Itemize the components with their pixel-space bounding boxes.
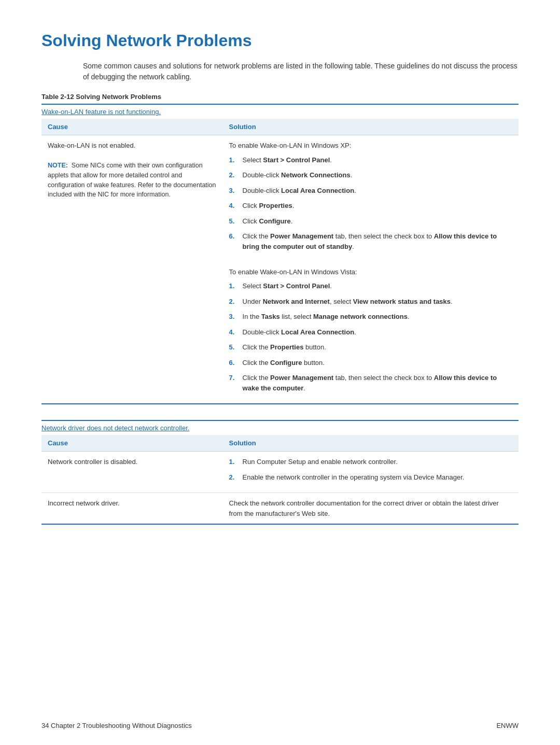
step-item: 7. Click the Power Management tab, then … [229,373,512,393]
vista-intro: To enable Wake-on-LAN in Windows Vista: [229,267,512,277]
step-item: 3. In the Tasks list, select Manage netw… [229,312,512,322]
solution-cell-3: Check the network controller documentati… [223,493,519,525]
step-item: 3. Double-click Local Area Connection. [229,186,512,196]
steps-xp: 1. Select Start > Control Panel. 2. Doub… [229,155,512,252]
issue-header-1: Wake-on-LAN feature is not functioning. [41,104,519,119]
step-item: 5. Click Configure. [229,216,512,227]
steps-disabled: 1. Run Computer Setup and enable network… [229,457,512,482]
issue-header-2: Network driver does not detect network c… [41,420,519,435]
col-header-cause-1: Cause [41,119,223,135]
cause-text-3: Incorrect network driver. [48,498,217,509]
step-item: 6. Click the Configure button. [229,358,512,368]
table-row: Wake-on-LAN is not enabled. NOTE: Some N… [41,135,519,404]
step-item: 1. Run Computer Setup and enable network… [229,457,512,467]
cause-cell-2: Network controller is disabled. [41,452,223,493]
step-item: 2. Double-click Network Connections. [229,170,512,180]
note-text-1: NOTE: Some NICs come with their own conf… [48,161,217,200]
cause-text-2: Network controller is disabled. [48,457,217,467]
solution-cell-1: To enable Wake-on-LAN in Windows XP: 1. … [223,135,519,404]
step-item: 4. Click Properties. [229,201,512,211]
page-title: Solving Network Problems [41,31,519,50]
col-header-solution-1: Solution [223,119,519,135]
col-header-cause-2: Cause [41,435,223,452]
table-row: Incorrect network driver. Check the netw… [41,493,519,525]
cause-cell-1: Wake-on-LAN is not enabled. NOTE: Some N… [41,135,223,404]
step-item: 2. Enable the network controller in the … [229,472,512,483]
solution-text-3: Check the network controller documentati… [229,498,512,518]
step-item: 1. Select Start > Control Panel. [229,155,512,165]
step-item: 4. Double-click Local Area Connection. [229,327,512,338]
step-item: 1. Select Start > Control Panel. [229,281,512,291]
footer: 34 Chapter 2 Troubleshooting Without Dia… [41,722,519,729]
step-item: 2. Under Network and Internet, select Vi… [229,297,512,307]
problem-table-2: Cause Solution Network controller is dis… [41,435,519,525]
col-header-solution-2: Solution [223,435,519,452]
table-row: Network controller is disabled. 1. Run C… [41,452,519,493]
step-item: 6. Click the Power Management tab, then … [229,231,512,251]
solution-cell-2: 1. Run Computer Setup and enable network… [223,452,519,493]
step-item: 5. Click the Properties button. [229,342,512,353]
xp-intro: To enable Wake-on-LAN in Windows XP: [229,140,512,151]
table-label: Table 2-12 Solving Network Problems [41,93,519,101]
problem-table-1: Cause Solution Wake-on-LAN is not enable… [41,119,519,404]
intro-paragraph: Some common causes and solutions for net… [83,61,519,82]
footer-left: 34 Chapter 2 Troubleshooting Without Dia… [41,722,192,729]
cause-text-1: Wake-on-LAN is not enabled. [48,140,217,151]
footer-right: ENWW [496,722,519,729]
steps-vista: 1. Select Start > Control Panel. 2. Unde… [229,281,512,393]
cause-cell-3: Incorrect network driver. [41,493,223,525]
